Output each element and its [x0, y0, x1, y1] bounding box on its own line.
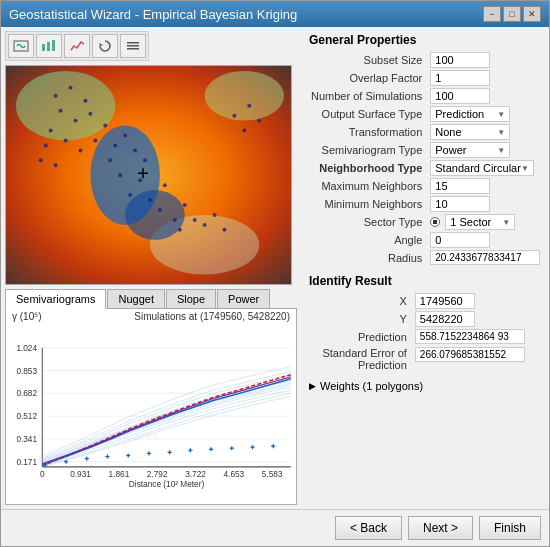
svg-text:3.722: 3.722 [185, 470, 206, 479]
max-neighbors-value[interactable]: 15 [430, 178, 490, 194]
output-surface-label: Output Surface Type [309, 105, 428, 123]
min-neighbors-value[interactable]: 10 [430, 196, 490, 212]
svg-text:0: 0 [40, 470, 45, 479]
svg-text:0.512: 0.512 [16, 412, 37, 421]
svg-point-41 [78, 148, 82, 152]
svg-point-13 [54, 94, 58, 98]
output-surface-arrow: ▼ [497, 110, 505, 119]
prediction-value: 558.7152234864 93 [415, 329, 525, 344]
tab-semivariograms[interactable]: Semivariograms [5, 289, 106, 309]
close-button[interactable]: ✕ [523, 6, 541, 22]
svg-point-17 [74, 119, 78, 123]
svg-point-36 [203, 223, 207, 227]
neighborhood-type-row: Neighborhood Type Standard Circular ▼ [309, 159, 542, 177]
radius-row: Radius 20.2433677833417 [309, 249, 542, 266]
transformation-row: Transformation None ▼ [309, 123, 542, 141]
svg-text:0.853: 0.853 [16, 367, 37, 376]
y-coord-label: Y [309, 310, 413, 328]
chart-area: γ (10⁵) Simulations at (1749560, 5428220… [5, 309, 297, 505]
toolbar-btn-map[interactable] [8, 34, 34, 58]
x-coord-row: X 1749560 [309, 292, 541, 310]
num-simulations-row: Number of Simulations 100 [309, 87, 542, 105]
tab-power[interactable]: Power [217, 289, 270, 308]
num-simulations-value[interactable]: 100 [430, 88, 490, 104]
svg-rect-5 [127, 42, 139, 44]
window-title: Geostatistical Wizard - Empirical Bayesi… [9, 7, 297, 22]
subset-size-value[interactable]: 100 [430, 52, 490, 68]
svg-text:1.024: 1.024 [16, 344, 37, 353]
svg-rect-6 [127, 48, 139, 50]
angle-label: Angle [309, 231, 428, 249]
next-button[interactable]: Next > [408, 516, 473, 540]
subset-size-row: Subset Size 100 [309, 51, 542, 69]
toolbar-btn-settings[interactable] [120, 34, 146, 58]
svg-rect-1 [42, 44, 45, 51]
svg-point-33 [183, 203, 187, 207]
svg-point-27 [138, 178, 142, 182]
angle-value[interactable]: 0 [430, 232, 490, 248]
min-neighbors-row: Minimum Neighbors 10 [309, 195, 542, 213]
semivariogram-type-label: Semivariogram Type [309, 141, 428, 159]
properties-table: Subset Size 100 Overlap Factor 1 Number … [309, 51, 542, 266]
weights-header[interactable]: ▶ Weights (1 polygons) [309, 380, 541, 392]
prediction-row: Prediction 558.7152234864 93 [309, 328, 541, 345]
sector-type-select[interactable]: 1 Sector ▼ [445, 214, 515, 230]
sector-type-arrow: ▼ [502, 218, 510, 227]
main-window: Geostatistical Wizard - Empirical Bayesi… [0, 0, 550, 547]
neighborhood-type-label: Neighborhood Type [309, 159, 428, 177]
minimize-button[interactable]: − [483, 6, 501, 22]
finish-button[interactable]: Finish [479, 516, 541, 540]
general-properties-title: General Properties [309, 33, 541, 47]
maximize-button[interactable]: □ [503, 6, 521, 22]
toolbar-btn-plot[interactable] [64, 34, 90, 58]
svg-point-16 [59, 109, 63, 113]
svg-point-22 [108, 158, 112, 162]
svg-point-38 [222, 228, 226, 232]
output-surface-row: Output Surface Type Prediction ▼ [309, 105, 542, 123]
title-bar-buttons: − □ ✕ [483, 6, 541, 22]
std-error-value: 266.079685381552 [415, 347, 525, 362]
output-surface-select[interactable]: Prediction ▼ [430, 106, 510, 122]
toolbar-btn-chart[interactable] [36, 34, 62, 58]
semivariogram-type-row: Semivariogram Type Power ▼ [309, 141, 542, 159]
main-content: Semivariograms Nugget Slope Power γ (10⁵… [1, 27, 549, 509]
svg-point-34 [178, 228, 182, 232]
neighborhood-type-select[interactable]: Standard Circular ▼ [430, 160, 534, 176]
identify-table: X 1749560 Y 5428220 Prediction 558.71522… [309, 292, 541, 372]
overlap-factor-value[interactable]: 1 [430, 70, 490, 86]
overlap-factor-row: Overlap Factor 1 [309, 69, 542, 87]
radius-value[interactable]: 20.2433677833417 [430, 250, 540, 265]
angle-row: Angle 0 [309, 231, 542, 249]
svg-point-43 [39, 158, 43, 162]
weights-section: ▶ Weights (1 polygons) [309, 380, 541, 392]
svg-text:Distance (10² Meter): Distance (10² Meter) [129, 480, 205, 489]
svg-text:0.682: 0.682 [16, 389, 37, 398]
toolbar-btn-refresh[interactable] [92, 34, 118, 58]
sector-type-row: Sector Type 1 Sector ▼ [309, 213, 542, 231]
back-button[interactable]: < Back [335, 516, 402, 540]
svg-point-23 [123, 134, 127, 138]
svg-point-19 [103, 124, 107, 128]
identify-title: Identify Result [309, 274, 541, 288]
x-coord-value: 1749560 [415, 293, 475, 309]
identify-section: Identify Result X 1749560 Y 5428220 Pred… [309, 274, 541, 392]
transformation-select[interactable]: None ▼ [430, 124, 510, 140]
svg-point-39 [49, 129, 53, 133]
sector-radio[interactable] [430, 217, 440, 227]
y-coord-value: 5428220 [415, 311, 475, 327]
x-coord-label: X [309, 292, 413, 310]
svg-point-47 [257, 119, 261, 123]
svg-point-8 [16, 71, 115, 141]
bottom-bar: < Back Next > Finish [1, 509, 549, 546]
chart-tabs: Semivariograms Nugget Slope Power [5, 289, 297, 309]
svg-point-21 [113, 143, 117, 147]
svg-text:0.931: 0.931 [70, 470, 91, 479]
semivariogram-type-arrow: ▼ [497, 146, 505, 155]
tab-nugget[interactable]: Nugget [107, 289, 164, 308]
semivariogram-type-select[interactable]: Power ▼ [430, 142, 510, 158]
tab-slope[interactable]: Slope [166, 289, 216, 308]
svg-point-14 [69, 86, 73, 90]
num-simulations-label: Number of Simulations [309, 87, 428, 105]
svg-point-24 [133, 148, 137, 152]
svg-point-37 [213, 213, 217, 217]
